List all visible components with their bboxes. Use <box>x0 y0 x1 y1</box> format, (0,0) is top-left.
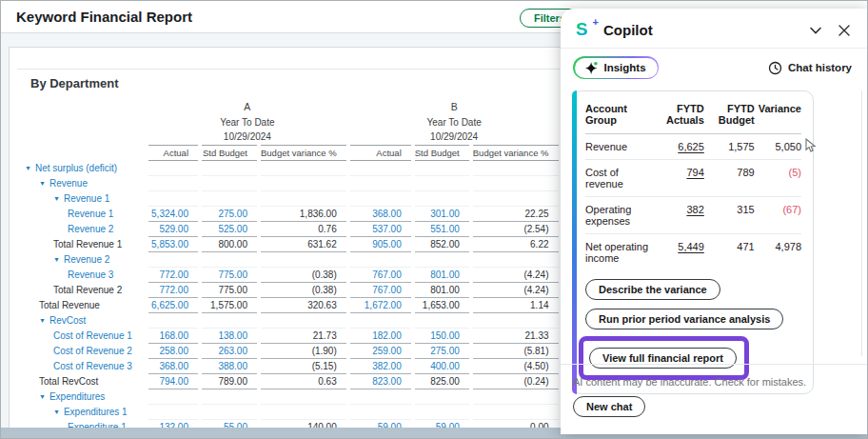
cell-value[interactable]: 529.00 <box>159 224 188 234</box>
insight-table-row: Revenue6,6251,5755,050 <box>585 134 801 160</box>
cell-value[interactable]: 150.00 <box>430 330 460 341</box>
cell-value[interactable]: 905.00 <box>372 239 402 249</box>
copilot-title: Copilot <box>603 22 653 38</box>
empty-cell <box>259 160 348 175</box>
cell-value[interactable]: 525.00 <box>218 224 247 234</box>
column-group-period: Year To Date <box>147 114 348 130</box>
insights-button[interactable]: Insights <box>573 56 659 79</box>
cell-value[interactable]: 775.00 <box>218 269 247 280</box>
cell-value: 6.22 <box>530 239 548 249</box>
cell-value[interactable]: 400.00 <box>430 361 460 371</box>
cell-value[interactable]: 794.00 <box>159 376 188 387</box>
empty-cell <box>200 251 259 267</box>
fytd-actuals-link[interactable]: 382 <box>686 204 703 215</box>
fytd-budget-value: 789 <box>704 160 755 197</box>
row-label[interactable]: Net surplus (deficit) <box>35 163 117 173</box>
cell-value[interactable]: 5,324.00 <box>151 209 188 219</box>
scrollbar[interactable] <box>861 90 862 356</box>
row-label[interactable]: Revenue 1 <box>64 193 109 204</box>
cell-value[interactable]: 823.00 <box>372 376 402 387</box>
cell-value: 1,653.00 <box>423 300 460 310</box>
cell-value[interactable]: 275.00 <box>218 209 247 219</box>
cell-value[interactable]: 368.00 <box>372 209 402 219</box>
clock-icon <box>768 61 782 75</box>
cell-value[interactable]: 138.00 <box>218 330 247 341</box>
column-group-date: 10/29/2024 <box>348 130 561 145</box>
insight-table-row: Cost of revenue794789(5) <box>585 160 801 197</box>
row-label[interactable]: Expenditures 1 <box>64 407 128 417</box>
account-group-label: Net operating income <box>585 234 652 271</box>
fytd-actuals-link[interactable]: 794 <box>686 167 703 178</box>
collapse-triangle-icon[interactable]: ▼ <box>39 393 46 400</box>
column-header: Std Budget <box>413 145 471 160</box>
row-label[interactable]: RevCost <box>49 315 86 326</box>
empty-cell <box>413 160 471 175</box>
empty-cell <box>471 312 561 328</box>
collapse-triangle-icon[interactable]: ▼ <box>53 195 60 202</box>
insight-col-header: FYTD Budget <box>704 97 755 134</box>
row-label[interactable]: Revenue 3 <box>68 269 113 280</box>
row-label[interactable]: Cost of Revenue 3 <box>53 361 132 371</box>
fytd-actuals-link[interactable]: 5,449 <box>678 241 704 252</box>
chat-history-button[interactable]: Chat history <box>768 61 852 75</box>
row-label[interactable]: Revenue 2 <box>68 224 113 234</box>
insight-table-row: Operating expenses382315(67) <box>585 197 801 234</box>
cell-value[interactable]: 772.00 <box>159 269 188 280</box>
chevron-down-icon[interactable] <box>808 23 823 38</box>
empty-cell <box>200 404 259 419</box>
cell-value[interactable]: 767.00 <box>372 285 402 295</box>
cell-value[interactable]: 382.00 <box>372 361 402 371</box>
empty-cell <box>147 312 200 328</box>
cell-value[interactable]: 6,625.00 <box>151 300 188 310</box>
cell-value[interactable]: 767.00 <box>372 269 402 280</box>
copilot-footer: AI content may be inaccurate. Check for … <box>561 364 867 434</box>
empty-cell <box>147 404 200 419</box>
column-group-letter: B <box>348 99 561 114</box>
describe-variance-button[interactable]: Describe the variance <box>585 279 720 300</box>
cell-value[interactable]: 301.00 <box>430 209 460 219</box>
cell-value[interactable]: 275.00 <box>430 346 460 356</box>
cell-value: (4.24) <box>523 269 548 280</box>
cell-value[interactable]: 368.00 <box>159 361 188 371</box>
variance-value: (67) <box>755 197 801 234</box>
cell-value[interactable]: 182.00 <box>372 330 402 341</box>
cell-value[interactable]: 5,853.00 <box>151 239 188 249</box>
cell-value[interactable]: 537.00 <box>372 224 402 234</box>
empty-cell <box>259 389 348 404</box>
cell-value[interactable]: 168.00 <box>159 330 188 341</box>
new-chat-button[interactable]: New chat <box>573 396 645 417</box>
row-label[interactable]: Expenditures <box>49 391 105 402</box>
cell-value[interactable]: 263.00 <box>218 346 247 356</box>
empty-cell <box>348 312 413 328</box>
cell-value: 852.00 <box>430 239 460 249</box>
close-icon[interactable] <box>837 23 852 38</box>
insight-table: Account Group FYTD Actuals FYTD Budget V… <box>585 97 801 270</box>
row-label[interactable]: Cost of Revenue 2 <box>53 346 132 356</box>
cell-value: 775.00 <box>218 285 247 295</box>
collapse-triangle-icon[interactable]: ▼ <box>53 256 60 263</box>
empty-cell <box>259 175 348 190</box>
cell-value[interactable]: 1,672.00 <box>365 300 402 310</box>
cell-value: 0.76 <box>318 224 336 234</box>
row-label[interactable]: Revenue <box>49 178 88 189</box>
row-label[interactable]: Revenue 2 <box>64 254 109 265</box>
cell-value[interactable]: 258.00 <box>159 346 188 356</box>
row-label[interactable]: Cost of Revenue 1 <box>53 330 132 341</box>
cell-value[interactable]: 551.00 <box>430 224 460 234</box>
cell-value[interactable]: 801.00 <box>430 269 460 280</box>
collapse-triangle-icon[interactable]: ▼ <box>53 409 60 415</box>
collapse-triangle-icon[interactable]: ▼ <box>25 165 31 171</box>
row-label[interactable]: Revenue 1 <box>68 209 113 219</box>
cell-value[interactable]: 772.00 <box>159 285 188 295</box>
cell-value[interactable]: 388.00 <box>218 361 247 371</box>
row-label: Total Revenue 1 <box>53 239 122 249</box>
collapse-triangle-icon[interactable]: ▼ <box>39 317 46 324</box>
column-group-period: Year To Date <box>348 114 561 130</box>
variance-value: (5) <box>755 160 801 197</box>
cell-value: (2.54) <box>523 224 548 234</box>
run-prior-period-variance-button[interactable]: Run prior period variance analysis <box>585 309 783 329</box>
fytd-actuals-link[interactable]: 6,625 <box>678 141 704 152</box>
column-group-letter: A <box>147 99 348 114</box>
collapse-triangle-icon[interactable]: ▼ <box>39 180 46 187</box>
cell-value[interactable]: 259.00 <box>372 346 402 356</box>
